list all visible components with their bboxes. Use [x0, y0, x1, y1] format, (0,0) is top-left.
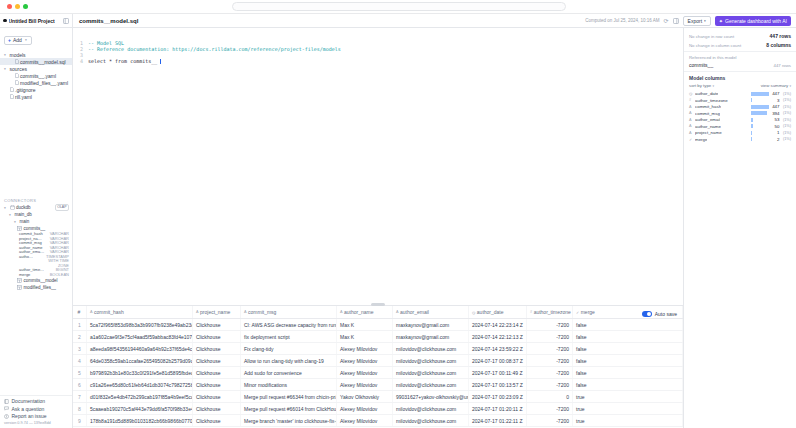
cell-author-timezone[interactable]: -7200: [527, 403, 573, 414]
cell-author-email[interactable]: maxkaynov@gmail.com: [393, 319, 469, 330]
cell-commit-msg[interactable]: Fix clang-tidy: [241, 343, 337, 354]
cell-author-email[interactable]: 99031627+yakov-olkhovskiy@users.noreply.…: [393, 391, 469, 402]
table-row[interactable]: 2 a1a602cae9f3e75cf4aad5f59abbac83fd4e10…: [73, 331, 683, 343]
cell-author-name[interactable]: Alexey Milovidov: [337, 343, 393, 354]
cell-author-name[interactable]: Alexey Milovidov: [337, 415, 393, 426]
cell-author-name[interactable]: Max K: [337, 331, 393, 342]
cell-commit-hash[interactable]: 5caaeab190270c5af443e79dd6fa570f98b33e45: [87, 403, 193, 414]
cell-commit-hash[interactable]: c91a26ee65d80c61feb64d1db3074c7982725bda: [87, 379, 193, 390]
cell-author-date[interactable]: 2024-07-17 01:20:11 Z: [469, 403, 527, 414]
cell-commit-msg[interactable]: Allow to run clang-tidy with clang-19: [241, 355, 337, 366]
documentation-link[interactable]: Documentation: [0, 398, 72, 406]
view-summary-dropdown[interactable]: view summary ▾: [761, 83, 791, 88]
cell-project-name[interactable]: Clickhouse: [193, 319, 241, 330]
file-tree-item[interactable]: ▾ commits__.yaml: [0, 72, 72, 79]
sidebar-collapse-icon[interactable]: [63, 18, 69, 24]
table-row[interactable]: 8 5caaeab190270c5af443e79dd6fa570f98b33e…: [73, 403, 683, 415]
cell-commit-hash[interactable]: a8eeda98f54356194460a9a64b92c37f65de4cd4: [87, 343, 193, 354]
cell-author-timezone[interactable]: -7200: [527, 415, 573, 426]
cell-author-name[interactable]: Alexey Milovidov: [337, 403, 393, 414]
column-header[interactable]: A author_email: [393, 306, 469, 318]
cell-project-name[interactable]: Clickhouse: [193, 355, 241, 366]
cell-commit-msg[interactable]: fix deployment script: [241, 331, 337, 342]
refresh-icon[interactable]: ⟳: [664, 18, 669, 24]
cell-commit-msg[interactable]: CI: AWS ASG decrease capacity from runne…: [241, 319, 337, 330]
cell-author-name[interactable]: Yakov Olkhovskiy: [337, 391, 393, 402]
cell-author-email[interactable]: milovidov@clickhouse.com: [393, 415, 469, 426]
cell-commit-msg[interactable]: Add sudo for convenience: [241, 367, 337, 378]
cell-author-email[interactable]: milovidov@clickhouse.com: [393, 367, 469, 378]
cell-merge[interactable]: false: [573, 367, 683, 378]
file-tree-item[interactable]: ▾ modified_files__.yaml: [0, 79, 72, 86]
connector-duckdb[interactable]: ▾ duckdb OLAP: [0, 204, 72, 211]
file-tree-item[interactable]: ▾ .gitignore: [0, 86, 72, 93]
cell-project-name[interactable]: Clickhouse: [193, 331, 241, 342]
cell-author-date[interactable]: 2024-07-17 00:08:37 Z: [469, 355, 527, 366]
cell-merge[interactable]: false: [573, 343, 683, 354]
cell-merge[interactable]: true: [573, 403, 683, 414]
cell-commit-hash[interactable]: 5ca72f965f853d98b3a3b9907fb9238e49ab23c8: [87, 319, 193, 330]
cell-commit-msg[interactable]: Merge pull request #66014 from ClickHous…: [241, 403, 337, 414]
cell-merge[interactable]: false: [573, 331, 683, 342]
file-tree-item[interactable]: ▾ models: [0, 51, 72, 58]
table-item[interactable]: modified_files__: [0, 284, 72, 291]
cell-merge[interactable]: true: [573, 391, 683, 402]
table-row[interactable]: 5 b979892b3b1e80c33c0f291fe5e81d5895fbde…: [73, 367, 683, 379]
zoom-window-icon[interactable]: [23, 4, 28, 9]
file-tree-item[interactable]: ▾ sources: [0, 65, 72, 72]
cell-merge[interactable]: false: [573, 355, 683, 366]
table-item[interactable]: commits__model: [0, 277, 72, 284]
table-row[interactable]: 1 5ca72f965f853d98b3a3b9907fb9238e49ab23…: [73, 319, 683, 331]
panel-toggle-icon[interactable]: [673, 18, 679, 24]
cell-project-name[interactable]: Clickhouse: [193, 403, 241, 414]
minimize-window-icon[interactable]: [15, 4, 20, 9]
cell-author-date[interactable]: 2024-07-14 22:23:14 Z: [469, 319, 527, 330]
column-header[interactable]: A commit_msg: [241, 306, 337, 318]
address-bar[interactable]: [232, 2, 566, 11]
ask-question-link[interactable]: Ask a question: [0, 405, 72, 413]
cell-author-email[interactable]: milovidov@clickhouse.com: [393, 355, 469, 366]
column-header[interactable]: #: [73, 306, 87, 318]
cell-author-email[interactable]: maxkaynov@gmail.com: [393, 331, 469, 342]
column-header[interactable]: A commit_hash: [87, 306, 193, 318]
cell-author-timezone[interactable]: -7200: [527, 355, 573, 366]
cell-author-date[interactable]: 2024-07-14 22:12:13 Z: [469, 331, 527, 342]
cell-commit-msg[interactable]: Minor modifications: [241, 379, 337, 390]
cell-commit-hash[interactable]: b979892b3b1e80c33c0f291fe5e81d5895fbdeac: [87, 367, 193, 378]
cell-project-name[interactable]: Clickhouse: [193, 415, 241, 426]
referenced-model-name[interactable]: commits__: [689, 62, 713, 68]
cell-commit-msg[interactable]: Merge branch 'master' into clickhouse-fi…: [241, 415, 337, 426]
sql-editor[interactable]: 1 -- Model SQL 2 -- Reference documentat…: [73, 28, 683, 305]
cell-project-name[interactable]: Clickhouse: [193, 343, 241, 354]
cell-commit-hash[interactable]: a1a602cae9f3e75cf4aad5f59abbac83fd4e1070: [87, 331, 193, 342]
file-tree-item[interactable]: ▾ rill.yaml: [0, 93, 72, 100]
cell-author-timezone[interactable]: -7200: [527, 343, 573, 354]
cell-author-timezone[interactable]: -7200: [527, 319, 573, 330]
cell-commit-hash[interactable]: d01f832e5e4db472b299cab197f85a4b9eef5cc0: [87, 391, 193, 402]
close-window-icon[interactable]: [7, 4, 12, 9]
cell-author-email[interactable]: milovidov@clickhouse.com: [393, 379, 469, 390]
sort-by-type-dropdown[interactable]: sort by type ▾: [689, 83, 714, 88]
database-item[interactable]: ▾ main_db: [0, 211, 72, 218]
referenced-model-row[interactable]: commits__ 447 rows: [689, 62, 791, 68]
cell-author-timezone[interactable]: -7200: [527, 331, 573, 342]
cell-commit-hash[interactable]: 64de0358c59ab1ccafae265495082b2579d09c98: [87, 355, 193, 366]
cell-author-name[interactable]: Alexey Milovidov: [337, 367, 393, 378]
cell-commit-msg[interactable]: Merge pull request #66344 from chicin-pr…: [241, 391, 337, 402]
cell-author-name[interactable]: Max K: [337, 319, 393, 330]
cell-author-email[interactable]: milovidov@clickhouse.com: [393, 343, 469, 354]
cell-author-name[interactable]: Alexey Milovidov: [337, 379, 393, 390]
cell-author-date[interactable]: 2024-07-17 01:22:11 Z: [469, 415, 527, 426]
project-header[interactable]: Untitled Bill Project: [0, 14, 73, 27]
table-row[interactable]: 4 64de0358c59ab1ccafae265495082b2579d09c…: [73, 355, 683, 367]
cell-project-name[interactable]: Clickhouse: [193, 391, 241, 402]
table-row[interactable]: 3 a8eeda98f54356194460a9a64b92c37f65de4c…: [73, 343, 683, 355]
cell-author-date[interactable]: 2024-07-14 23:59:22 Z: [469, 343, 527, 354]
cell-author-date[interactable]: 2024-07-17 00:13:57 Z: [469, 379, 527, 390]
cell-author-name[interactable]: Alexey Milovidov: [337, 355, 393, 366]
table-row[interactable]: 9 178b8a191d5d889b0103182cb66b9866b0770d…: [73, 415, 683, 427]
cell-project-name[interactable]: Clickhouse: [193, 379, 241, 390]
cell-author-email[interactable]: milovidov@clickhouse.com: [393, 403, 469, 414]
generate-dashboard-button[interactable]: ✦ Generate dashboard with AI: [715, 16, 791, 26]
autosave-toggle[interactable]: [642, 311, 652, 317]
